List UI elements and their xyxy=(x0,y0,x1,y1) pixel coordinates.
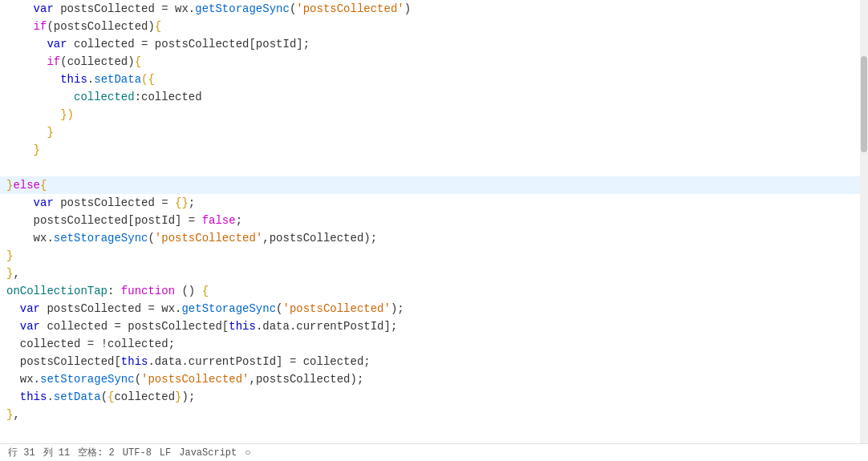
code-line: var postsCollected = {}; xyxy=(0,194,860,212)
code-line xyxy=(0,159,860,176)
status-line-ending: LF xyxy=(160,444,171,462)
code-line: }, xyxy=(0,265,860,282)
code-line: this.setData({collected}); xyxy=(0,388,860,406)
code-line: collected:collected xyxy=(0,88,860,106)
code-line: this.setData({ xyxy=(0,71,860,88)
code-line: postsCollected[postId] = false; xyxy=(0,212,860,229)
code-line: }, xyxy=(0,406,860,423)
code-content[interactable]: var postsCollected = wx.getStorageSync('… xyxy=(0,0,860,443)
code-line: } xyxy=(0,141,860,159)
editor-container: var postsCollected = wx.getStorageSync('… xyxy=(0,0,868,461)
code-area: var postsCollected = wx.getStorageSync('… xyxy=(0,0,868,443)
status-encoding: UTF-8 xyxy=(123,444,152,462)
code-line: }else{ xyxy=(0,176,860,194)
status-col: 列 11 xyxy=(43,444,71,462)
code-line: wx.setStorageSync('postsCollected',posts… xyxy=(0,229,860,247)
code-line: collected = !collected; xyxy=(0,335,860,353)
code-line: var collected = postsCollected[this.data… xyxy=(0,317,860,335)
status-bar: 行 31 列 11 空格: 2 UTF-8 LF JavaScript ○ xyxy=(0,443,868,461)
status-language: JavaScript xyxy=(179,444,237,462)
code-line: onCollectionTap: function () { xyxy=(0,282,860,300)
code-line: if(collected){ xyxy=(0,53,860,71)
code-line: }) xyxy=(0,106,860,123)
code-line: var postsCollected = wx.getStorageSync('… xyxy=(0,0,860,18)
scrollbar-thumb[interactable] xyxy=(861,56,867,152)
code-line: var postsCollected = wx.getStorageSync('… xyxy=(0,300,860,317)
code-line: postsCollected[this.data.currentPostId] … xyxy=(0,353,860,370)
status-row: 行 31 xyxy=(8,444,35,462)
status-indent: 空格: 2 xyxy=(78,444,115,462)
code-line: if(postsCollected){ xyxy=(0,18,860,35)
code-line: } xyxy=(0,123,860,141)
scrollbar[interactable] xyxy=(860,0,868,443)
status-circle: ○ xyxy=(245,444,250,462)
code-line: var collected = postsCollected[postId]; xyxy=(0,35,860,53)
code-line: wx.setStorageSync('postsCollected',posts… xyxy=(0,370,860,388)
code-line: } xyxy=(0,247,860,265)
